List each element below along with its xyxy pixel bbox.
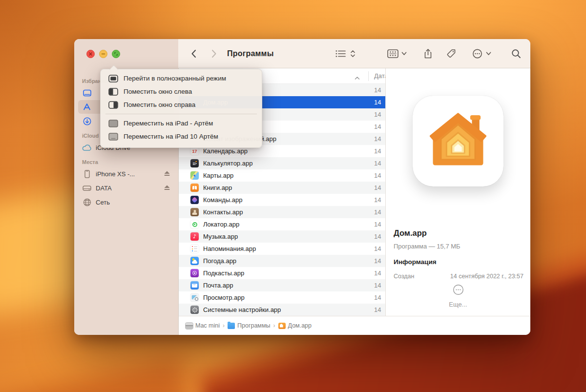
titlebar: Программы <box>74 39 530 68</box>
file-name: Просмотр.app <box>203 294 245 301</box>
chevron-down-icon[interactable] <box>401 52 407 56</box>
menu-item-label: Поместить окно слева <box>124 88 192 95</box>
menu-item-label: Переместить на iPad 10 Артём <box>124 133 218 140</box>
minimize-button[interactable] <box>99 50 107 58</box>
file-row[interactable]: Калькулятор.app14 <box>179 157 385 169</box>
menu-item-label: Поместить окно справа <box>124 101 195 108</box>
sidebar-item[interactable]: DATA <box>78 181 174 195</box>
ellipsis-circle-icon[interactable] <box>453 284 464 297</box>
file-name: Напоминания.app <box>203 245 256 252</box>
tag-icon[interactable] <box>446 49 456 59</box>
file-date: 14 <box>374 294 385 301</box>
desktop-icon <box>82 89 92 97</box>
file-date: 14 <box>374 160 385 167</box>
share-icon[interactable] <box>424 48 432 59</box>
preview-file-meta: Программа — 15,7 МБ <box>394 243 460 250</box>
forward-button[interactable] <box>211 49 217 58</box>
music-app-icon: ♪ <box>190 232 199 241</box>
file-date: 14 <box>374 269 385 277</box>
file-date: 14 <box>374 233 385 240</box>
settings-app-icon <box>190 306 199 314</box>
group-by-icon[interactable] <box>387 49 398 58</box>
menu-item-label: Перейти в полноэкранный режим <box>124 75 226 82</box>
sidebar-section-label: Места <box>82 159 178 165</box>
path-item-label: Дом.app <box>288 322 312 329</box>
file-row[interactable]: Почта.app14 <box>179 279 385 291</box>
file-row[interactable]: ♪Музыка.app14 <box>179 230 385 243</box>
path-item[interactable]: Дом.app <box>278 322 312 329</box>
iphone-icon <box>82 170 92 178</box>
preview-pane: Дом.app Программа — 15,7 МБ Информация С… <box>385 68 530 316</box>
eject-icon[interactable] <box>164 185 170 192</box>
preview-created-row: Создан 14 сентября 2022 г., 23:57 <box>394 270 523 279</box>
date-column-header[interactable]: Дата <box>374 72 386 80</box>
file-row[interactable]: Погода.app14 <box>179 255 385 267</box>
file-date: 14 <box>374 221 385 228</box>
menu-item[interactable]: Перейти в полноэкранный режим <box>101 72 262 85</box>
file-row[interactable]: Напоминания.app14 <box>179 243 385 255</box>
file-date: 14 <box>374 245 385 252</box>
downloads-icon <box>82 117 92 125</box>
mail-app-icon <box>190 281 199 289</box>
path-item-label: Mac mini <box>195 322 220 329</box>
sidebar-item-label: Сеть <box>96 199 110 206</box>
screenshot: Программы <box>0 0 586 392</box>
back-button[interactable] <box>191 49 196 58</box>
file-name: Калькулятор.app <box>203 160 252 167</box>
fullscreen-icon <box>108 75 118 83</box>
sidebar-item[interactable]: Сеть <box>78 195 174 209</box>
menu-item[interactable]: Переместить на iPad 10 Артём <box>101 130 262 143</box>
file-date: 14 <box>374 172 385 179</box>
path-item[interactable]: Mac mini <box>186 322 220 329</box>
file-row[interactable]: Карты.app14 <box>179 169 385 182</box>
sidebar-item-label: DATA <box>96 185 112 192</box>
chevron-down-icon[interactable] <box>486 52 491 56</box>
podcasts-app-icon <box>190 269 199 277</box>
sidebar-item[interactable]: iPhone XS -... <box>78 167 174 181</box>
file-row[interactable]: Контакты.app14 <box>179 206 385 218</box>
menu-item[interactable]: Поместить окно справа <box>101 98 262 111</box>
cloud-icon <box>82 144 92 151</box>
file-date: 14 <box>374 208 385 216</box>
column-divider[interactable] <box>368 71 369 81</box>
close-button[interactable] <box>86 50 95 58</box>
sort-chevrons-icon[interactable] <box>350 49 356 58</box>
menu-item[interactable]: Переместить на iPad - Артём <box>101 117 262 130</box>
more-button[interactable]: Еще... <box>386 301 530 308</box>
file-name: Музыка.app <box>203 233 238 240</box>
file-name: Погода.app <box>203 257 236 265</box>
weather-app-icon <box>190 257 199 265</box>
menu-item-label: Переместить на iPad - Артём <box>124 120 213 127</box>
file-date: 14 <box>374 135 385 143</box>
path-item[interactable]: Программы <box>228 322 271 329</box>
toolbar: Программы <box>178 39 530 68</box>
fullscreen-button[interactable] <box>112 50 120 58</box>
file-row[interactable]: Команды.app14 <box>179 194 385 206</box>
ipad-icon <box>108 120 118 127</box>
more-actions-icon[interactable] <box>472 48 482 59</box>
file-name: Почта.app <box>203 282 233 289</box>
preview-info-heading: Информация <box>394 258 437 266</box>
file-date: 14 <box>374 282 385 289</box>
shortcuts-app-icon <box>190 196 199 204</box>
file-date: 14 <box>374 99 385 106</box>
path-item-label: Программы <box>237 322 271 329</box>
view-list-icon[interactable] <box>335 50 346 58</box>
search-icon[interactable] <box>511 49 521 59</box>
file-row[interactable]: Системные настройки.app14 <box>179 304 385 316</box>
calculator-app-icon <box>190 159 199 167</box>
file-row[interactable]: Подкасты.app14 <box>179 267 385 279</box>
appstore-icon <box>82 103 92 111</box>
file-row[interactable]: Книги.app14 <box>179 182 385 194</box>
folder-icon <box>228 323 235 329</box>
file-name: Системные настройки.app <box>203 306 281 313</box>
eject-icon[interactable] <box>164 170 170 178</box>
path-separator: › <box>223 322 225 329</box>
file-date: 14 <box>374 196 385 204</box>
file-row[interactable]: Просмотр.app14 <box>179 291 385 304</box>
app-icon-tile <box>413 96 503 186</box>
macmini-icon <box>186 323 193 329</box>
file-row[interactable]: Локатор.app14 <box>179 218 385 230</box>
calendar-app-icon: 17 <box>190 147 199 155</box>
menu-item[interactable]: Поместить окно слева <box>101 85 262 98</box>
